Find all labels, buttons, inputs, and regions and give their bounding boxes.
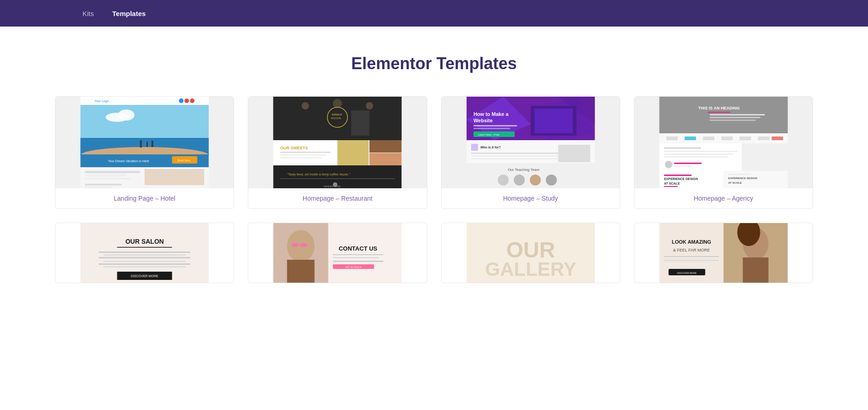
svg-rect-110 [104,261,186,262]
svg-rect-89 [664,153,732,155]
svg-rect-22 [85,184,122,186]
svg-text:Your Dream Vacation is Here: Your Dream Vacation is Here [108,159,149,163]
svg-rect-11 [140,140,142,148]
svg-rect-96 [664,175,691,176]
template-label-restaurant: Homepage – Restaurant [248,188,426,208]
svg-text:GALLERY: GALLERY [485,258,576,280]
svg-rect-59 [471,144,478,151]
svg-rect-100 [723,171,787,188]
svg-rect-79 [666,137,677,140]
svg-text:CONTACT US: CONTACT US [339,245,378,252]
svg-rect-20 [85,178,131,180]
svg-rect-83 [739,137,751,140]
svg-rect-81 [703,137,714,140]
svg-rect-36 [280,154,326,156]
svg-rect-23 [85,186,113,188]
svg-text:GET IN TOUCH: GET IN TOUCH [345,266,362,268]
svg-rect-51 [534,109,573,133]
svg-rect-12 [147,142,148,147]
svg-rect-123 [333,254,383,255]
svg-text:PASSION: PASSION [331,117,341,120]
svg-rect-32 [351,110,370,136]
svg-rect-37 [280,157,322,159]
svg-text:EXPERIENCE DESIGN: EXPERIENCE DESIGN [728,177,757,180]
svg-rect-74 [707,112,730,113]
svg-text:AT SCALE: AT SCALE [664,182,680,185]
svg-rect-65 [466,163,595,188]
svg-text:DONALD: DONALD [332,113,342,116]
svg-point-5 [190,98,195,103]
svg-rect-75 [710,114,764,115]
svg-text:Who is it for?: Who is it for? [480,146,501,149]
svg-text:DISCOVER MORE: DISCOVER MORE [131,274,158,278]
svg-rect-140 [664,263,710,265]
template-thumbnail-contact: CONTACT US GET IN TOUCH [248,223,426,283]
svg-rect-112 [104,266,186,268]
svg-point-70 [546,175,557,186]
svg-rect-106 [117,247,172,248]
page-title: Elementor Templates [55,54,813,73]
svg-rect-99 [664,186,677,187]
svg-text:& FEEL FAR MORE: & FEEL FAR MORE [673,248,710,252]
svg-rect-82 [721,137,732,140]
svg-rect-39 [370,140,402,153]
svg-point-28 [366,102,373,109]
svg-rect-94 [742,143,787,171]
template-label-study: Homepage – Study [442,188,620,208]
svg-text:DISCOVER MORE: DISCOVER MORE [677,272,697,274]
svg-point-8 [118,109,135,120]
svg-rect-19 [85,175,126,176]
svg-text:OUR SALON: OUR SALON [126,238,164,245]
svg-rect-87 [664,147,700,149]
template-card-contact[interactable]: CONTACT US GET IN TOUCH [248,223,427,283]
main-content: Elementor Templates Your Logo [0,27,868,301]
svg-point-3 [179,98,184,103]
svg-rect-38 [338,140,369,165]
svg-point-4 [185,98,189,103]
svg-point-27 [333,99,342,108]
svg-text:Learn How - Free: Learn How - Free [478,133,499,136]
svg-rect-139 [664,260,719,261]
template-card-agency[interactable]: THIS IS AN HEADING [634,96,813,209]
svg-point-69 [530,175,540,186]
svg-rect-111 [99,263,191,265]
template-card-restaurant[interactable]: DONALD PASSION OUR SWEETS " [248,96,427,209]
svg-rect-109 [99,257,191,258]
template-card-gallery[interactable]: OUR GALLERY [441,223,620,283]
svg-point-68 [513,175,524,186]
template-thumbnail-agency: THIS IS AN HEADING [634,97,813,188]
svg-rect-40 [370,153,402,165]
svg-text:Our Teaching Team: Our Teaching Team [508,168,539,172]
template-thumbnail-beauty: LOOK AMAZING & FEEL FAR MORE DISCOVER MO… [634,223,813,283]
svg-rect-21 [145,169,204,185]
svg-rect-120 [300,243,307,247]
svg-rect-125 [333,261,383,262]
svg-point-26 [302,102,309,109]
template-card-hotel[interactable]: Your Logo [55,96,234,209]
svg-text:AT SCALE: AT SCALE [728,181,742,184]
template-grid-row1: Your Logo [55,96,813,209]
svg-rect-54 [473,125,517,126]
svg-rect-119 [292,243,299,247]
svg-rect-77 [710,120,755,121]
svg-rect-107 [99,251,191,253]
template-card-beauty[interactable]: LOOK AMAZING & FEEL FAR MORE DISCOVER MO… [634,223,813,283]
svg-rect-84 [758,137,769,140]
nav-item-templates[interactable]: Templates [112,10,146,17]
nav-item-kits[interactable]: Kits [82,10,94,17]
svg-rect-35 [280,152,331,153]
svg-rect-64 [558,145,590,162]
template-grid-row2: OUR SALON DISCOVER MORE [55,223,813,283]
svg-rect-76 [710,117,760,118]
svg-text:Website: Website [473,118,492,123]
svg-rect-108 [104,254,186,256]
svg-point-67 [497,175,508,186]
svg-rect-138 [664,256,719,257]
template-card-study[interactable]: How to Make a Website Learn How - Free W… [441,96,620,209]
template-card-salon[interactable]: OUR SALON DISCOVER MORE [55,223,234,283]
svg-rect-134 [742,257,768,283]
template-thumbnail-study: How to Make a Website Learn How - Free W… [442,97,620,188]
svg-rect-43 [280,178,395,179]
template-thumbnail-salon: OUR SALON DISCOVER MORE [55,223,234,283]
svg-rect-85 [771,137,783,140]
